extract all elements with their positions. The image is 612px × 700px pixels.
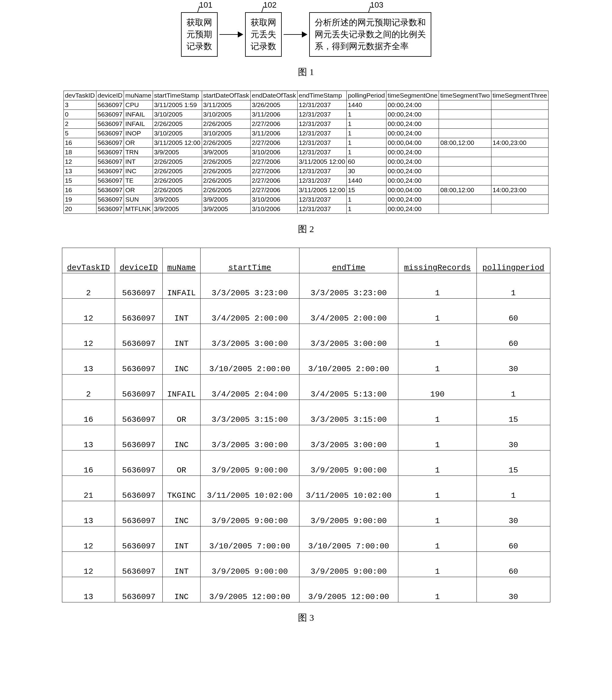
table-cell: 3/11/2005 1:59	[153, 100, 202, 110]
table-cell	[439, 195, 491, 204]
table-cell: SUN	[124, 195, 153, 204]
table-cell: 5636097	[96, 166, 124, 176]
table-row: 165636097OR3/9/2005 9:00:003/9/2005 9:00…	[62, 450, 550, 475]
table-cell: 60	[477, 298, 550, 324]
table-cell: 1440	[346, 176, 386, 185]
table-cell: 12/31/2037	[297, 166, 346, 176]
table-cell: 3/3/2005 3:00:00	[200, 324, 299, 349]
table-cell: INC	[163, 425, 200, 450]
table-row: 135636097INC3/10/2005 2:00:003/10/2005 2…	[62, 349, 550, 374]
column-header: startTimeStamp	[153, 90, 202, 100]
table-cell: 1	[398, 450, 476, 475]
table-cell: 2/26/2005	[202, 185, 251, 195]
column-header: muName	[124, 90, 153, 100]
table-cell: 00:00,04:00	[387, 185, 439, 195]
table-cell: 3/10/2006	[251, 195, 297, 204]
table-cell: 19	[64, 195, 96, 204]
flow-box-1: 101 获取网 元预期 记录数	[181, 12, 218, 57]
table-cell: 5636097	[115, 552, 163, 577]
table-cell: 13	[62, 501, 115, 526]
table-cell: 1	[346, 119, 386, 128]
table-row: 25636097INFAIL3/4/2005 2:04:003/4/2005 5…	[62, 374, 550, 400]
table-cell: CPU	[124, 100, 153, 110]
table-row: 155636097TE2/26/20052/26/20052/27/200612…	[64, 176, 548, 185]
table-cell: 12/31/2037	[297, 110, 346, 119]
table-cell: 16	[64, 138, 96, 147]
table-cell: 190	[398, 374, 476, 400]
table-cell: 60	[346, 157, 386, 166]
table-row: 35636097CPU3/11/2005 1:593/11/20053/26/2…	[64, 100, 548, 110]
table-cell: 12/31/2037	[297, 147, 346, 157]
table-row: 125636097INT3/4/2005 2:00:003/4/2005 2:0…	[62, 298, 550, 324]
table-cell: 1	[398, 526, 476, 552]
column-header: devTaskID	[62, 248, 115, 273]
table-cell: 2/26/2005	[202, 157, 251, 166]
table-row: 135636097INC3/9/2005 12:00:003/9/2005 12…	[62, 577, 550, 602]
table-cell: 2/27/2006	[251, 157, 297, 166]
table-cell: 00:00,24:00	[387, 110, 439, 119]
table-cell: 16	[62, 450, 115, 475]
table-cell: 12	[62, 324, 115, 349]
table-cell: 1440	[346, 100, 386, 110]
table-cell: 1	[346, 147, 386, 157]
table-cell: 14:00,23:00	[491, 138, 548, 147]
table-cell: 15	[346, 185, 386, 195]
table-cell	[439, 157, 491, 166]
table-cell: 1	[398, 273, 476, 298]
figure-1-caption: 图 1	[6, 66, 606, 78]
table-cell: INC	[163, 501, 200, 526]
table-cell: 3/9/2005	[202, 195, 251, 204]
table-cell: 3/11/2005 10:02:00	[299, 475, 398, 501]
table-cell: INC	[163, 577, 200, 602]
table-cell: INC	[163, 349, 200, 374]
table-cell: 3/10/2005	[153, 128, 202, 138]
flow-box-1-text: 获取网	[186, 16, 212, 28]
column-header: missingRecords	[398, 248, 476, 273]
table-cell: 15	[477, 400, 550, 425]
table-cell: 16	[62, 400, 115, 425]
column-header: pollingPeriod	[346, 90, 386, 100]
table-cell	[491, 119, 548, 128]
table-cell	[439, 119, 491, 128]
table-cell: 5636097	[96, 176, 124, 185]
table-cell: 5636097	[96, 138, 124, 147]
table-cell: 2/26/2005	[153, 185, 202, 195]
column-header: startDateOfTask	[202, 90, 251, 100]
figure-2-table: devTaskIDdeviceIDmuNamestartTimeStampsta…	[64, 90, 549, 214]
table-cell: 2	[64, 119, 96, 128]
table-cell: 00:00,24:00	[387, 166, 439, 176]
table-cell: 00:00,24:00	[387, 128, 439, 138]
table-cell	[439, 204, 491, 214]
table-row: 165636097OR2/26/20052/26/20052/27/20063/…	[64, 185, 548, 195]
table-cell: TRN	[124, 147, 153, 157]
table-cell: 13	[62, 349, 115, 374]
table-cell: 12/31/2037	[297, 128, 346, 138]
table-cell: 2/27/2006	[251, 119, 297, 128]
table-cell: 00:00,04:00	[387, 138, 439, 147]
table-cell: 5636097	[115, 324, 163, 349]
table-row: 125636097INT3/9/2005 9:00:003/9/2005 9:0…	[62, 552, 550, 577]
table-cell: OR	[163, 400, 200, 425]
table-cell: 3/3/2005 3:15:00	[299, 400, 398, 425]
table-cell: 12	[62, 298, 115, 324]
table-cell: 30	[477, 577, 550, 602]
table-cell: 5636097	[115, 475, 163, 501]
figure-1-flowchart: 101 获取网 元预期 记录数 102 获取网 元丢失 记录数 103 分析所述…	[6, 12, 606, 57]
table-cell: 3/11/2006	[251, 128, 297, 138]
table-cell: 12/31/2037	[297, 100, 346, 110]
table-cell: MTFLNK	[124, 204, 153, 214]
table-cell: 3/3/2005 3:00:00	[299, 324, 398, 349]
table-row: 165636097OR3/11/2005 12:002/26/20052/27/…	[64, 138, 548, 147]
table-cell: 3/10/2005 7:00:00	[299, 526, 398, 552]
table-cell: OR	[163, 450, 200, 475]
flow-box-1-text: 记录数	[186, 40, 212, 52]
table-row: 185636097TRN3/9/20053/9/20053/10/200612/…	[64, 147, 548, 157]
table-cell: 3/9/2005	[202, 204, 251, 214]
table-cell: 00:00,24:00	[387, 176, 439, 185]
table-cell: 1	[346, 110, 386, 119]
table-cell: 2/26/2005	[202, 138, 251, 147]
table-cell: 30	[477, 425, 550, 450]
arrow-icon	[220, 31, 243, 38]
table-cell: 08:00,12:00	[439, 138, 491, 147]
table-cell: 60	[477, 324, 550, 349]
